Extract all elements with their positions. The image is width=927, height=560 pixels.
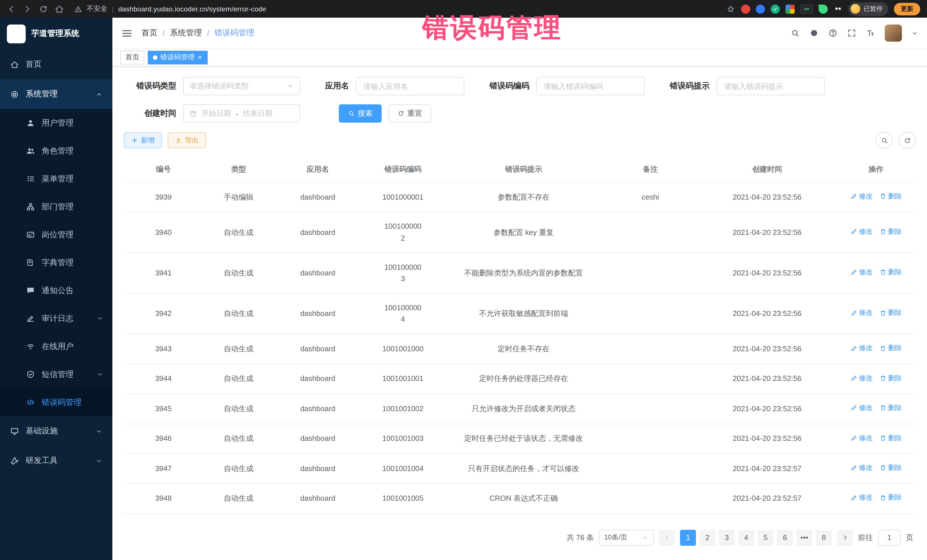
delete-link[interactable]: 删除 — [879, 403, 902, 413]
error-type-select[interactable]: 请选择错误码类型 — [183, 77, 300, 95]
delete-link[interactable]: 删除 — [879, 191, 902, 202]
sidebar-item-dept[interactable]: 部门管理 — [0, 193, 112, 221]
logo[interactable]: 芋道管理系统 — [0, 18, 112, 50]
delete-link[interactable]: 删除 — [879, 373, 902, 383]
extension-leaf-icon[interactable] — [819, 4, 828, 14]
user-avatar[interactable] — [885, 24, 902, 42]
edit-link[interactable]: 修改 — [850, 433, 872, 443]
table-body: 3939手动编辑dashboard1001000001参数配置不存在ceshi2… — [124, 182, 916, 513]
fontsize-icon[interactable] — [866, 29, 875, 38]
reload-icon[interactable] — [39, 4, 48, 14]
extension-on-badge[interactable]: on — [800, 4, 813, 14]
edit-link[interactable]: 修改 — [850, 492, 872, 503]
sidebar-item-infra[interactable]: 基础设施 — [0, 416, 112, 446]
cell-app: dashboard — [274, 334, 361, 364]
delete-link[interactable]: 删除 — [879, 226, 902, 237]
browser-update-button[interactable]: 更新 — [894, 3, 920, 15]
col-hint: 错误码提示 — [444, 157, 603, 182]
forward-icon[interactable] — [23, 4, 32, 14]
breadcrumb-item[interactable]: 首页 — [141, 28, 158, 38]
address-bar[interactable]: 不安全 | dashboard.yudao.iocoder.cn/system/… — [74, 4, 266, 14]
extension-grid-icon[interactable] — [786, 4, 795, 14]
extension-check-icon[interactable] — [771, 4, 780, 14]
edit-icon — [850, 495, 857, 501]
pager-page-button[interactable]: 2 — [699, 530, 715, 546]
search-toggle-button[interactable] — [876, 132, 893, 149]
tab-close-icon[interactable] — [198, 55, 202, 60]
refresh-button[interactable] — [898, 132, 916, 149]
sidebar-item-dict[interactable]: 字典管理 — [0, 249, 112, 276]
sidebar-item-error-code[interactable]: 错误码管理 — [0, 389, 112, 416]
view-tab[interactable]: 首页 — [120, 50, 144, 64]
sidebar-item-online-user[interactable]: 在线用户 — [0, 332, 112, 360]
edit-link[interactable]: 修改 — [850, 267, 872, 278]
extension-red-icon[interactable] — [741, 4, 750, 14]
reset-button[interactable]: 重置 — [389, 104, 431, 123]
pager-page-button[interactable]: 8 — [816, 530, 832, 546]
cell-hint: CRON 表达式不正确 — [444, 484, 603, 513]
github-icon[interactable] — [810, 29, 819, 38]
cell-remark — [603, 394, 698, 424]
sidebar-item-post[interactable]: 岗位管理 — [0, 221, 112, 249]
error-code-input[interactable] — [536, 77, 644, 95]
date-range-picker[interactable]: 开始日期 - 结束日期 — [183, 104, 300, 123]
back-icon[interactable] — [7, 4, 16, 14]
sidebar-item-menu[interactable]: 菜单管理 — [0, 165, 112, 193]
prev-page-button[interactable] — [659, 530, 675, 546]
app-name-input[interactable] — [356, 77, 464, 95]
next-page-button[interactable] — [837, 530, 853, 546]
edit-link[interactable]: 修改 — [850, 403, 872, 413]
extension-tampermonkey-icon[interactable] — [833, 4, 843, 14]
error-hint-input[interactable] — [716, 77, 825, 95]
page-size-select[interactable]: 10条/页 — [599, 530, 654, 546]
delete-link[interactable]: 删除 — [879, 463, 902, 473]
help-icon[interactable] — [828, 29, 837, 38]
cell-app: dashboard — [274, 424, 361, 454]
cell-time: 2021-04-20 23:52:56 — [698, 334, 837, 364]
view-tab[interactable]: 错误码管理 — [148, 50, 208, 64]
topbar-right — [791, 24, 918, 42]
pager-more-button[interactable]: ••• — [796, 530, 812, 546]
sidebar-item-dev-tools[interactable]: 研发工具 — [0, 446, 112, 476]
add-button[interactable]: 新增 — [124, 132, 162, 148]
sidebar-item-sms[interactable]: 短信管理 — [0, 360, 112, 389]
pager-page-button[interactable]: 4 — [738, 530, 754, 546]
export-button[interactable]: 导出 — [168, 132, 206, 148]
sidebar-item-home[interactable]: 首页 — [0, 50, 112, 79]
edit-link[interactable]: 修改 — [850, 343, 872, 354]
bookmark-star-icon[interactable] — [726, 4, 736, 14]
pager-page-button[interactable]: 5 — [758, 530, 774, 546]
goto-page-input[interactable] — [878, 530, 901, 546]
delete-link[interactable]: 删除 — [879, 433, 902, 443]
delete-link[interactable]: 删除 — [879, 492, 902, 503]
edit-link[interactable]: 修改 — [850, 226, 872, 237]
extension-blue-icon[interactable] — [756, 4, 765, 14]
table-row: 3946自动生成dashboard1001001003定时任务已经处于该状态，无… — [124, 424, 916, 454]
fullscreen-icon[interactable] — [847, 29, 856, 38]
browser-home-icon[interactable] — [55, 4, 64, 14]
delete-link[interactable]: 删除 — [879, 308, 902, 318]
sidebar-item-audit-log[interactable]: 审计日志 — [0, 305, 112, 332]
sidebar-item-role[interactable]: 角色管理 — [0, 137, 112, 165]
edit-link[interactable]: 修改 — [850, 308, 872, 318]
table-toolbar: 新增 导出 — [124, 132, 916, 149]
caret-down-icon[interactable] — [912, 30, 918, 36]
sidebar-item-notice[interactable]: 通知公告 — [0, 276, 112, 305]
hamburger-icon[interactable] — [122, 28, 132, 38]
col-remark: 备注 — [603, 157, 698, 182]
pager-page-button[interactable]: 3 — [719, 530, 735, 546]
search-icon[interactable] — [791, 29, 800, 38]
edit-link[interactable]: 修改 — [850, 463, 872, 473]
pager-page-button[interactable]: 6 — [777, 530, 793, 546]
delete-link[interactable]: 删除 — [879, 267, 902, 278]
edit-link[interactable]: 修改 — [850, 191, 872, 202]
sidebar-item-system[interactable]: 系统管理 — [0, 79, 112, 109]
pager-page-button[interactable]: 1 — [680, 530, 696, 546]
search-button[interactable]: 搜索 — [339, 104, 381, 123]
delete-link[interactable]: 删除 — [879, 343, 902, 354]
sidebar-item-user[interactable]: 用户管理 — [0, 109, 112, 137]
edit-link[interactable]: 修改 — [850, 373, 872, 383]
profile-paused-badge[interactable]: 已暂停 — [848, 2, 888, 16]
breadcrumb-item[interactable]: 系统管理 — [170, 28, 202, 38]
cell-time: 2021-04-20 23:52:56 — [698, 182, 837, 212]
